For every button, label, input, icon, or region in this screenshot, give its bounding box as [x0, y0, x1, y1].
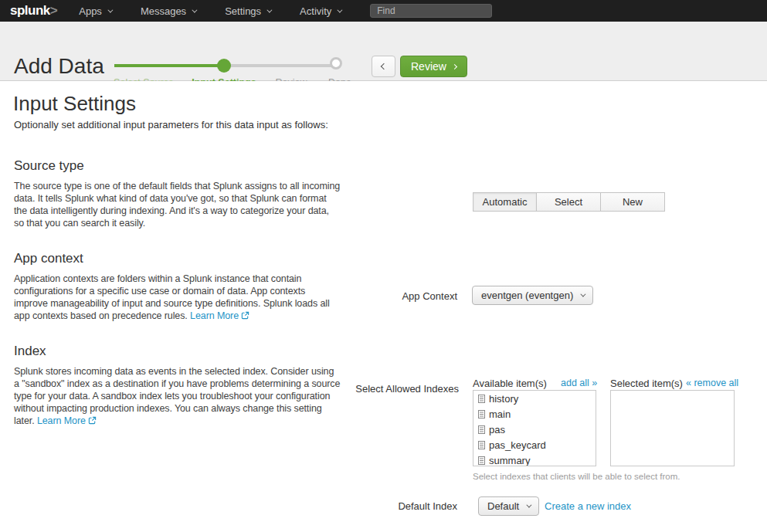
external-link-icon — [241, 310, 249, 323]
available-items-header: Available item(s) — [473, 378, 547, 389]
nav-item-messages[interactable]: Messages — [141, 5, 195, 17]
source-type-select-button[interactable]: Select — [537, 192, 601, 212]
add-all-link[interactable]: add all » — [561, 378, 597, 388]
nav-item-settings[interactable]: Settings — [225, 5, 270, 17]
index-learn-more-link[interactable]: Learn More — [37, 415, 86, 426]
indexes-caption: Select indexes that clients will be able… — [473, 472, 680, 481]
index-list-icon — [478, 395, 485, 403]
nav-item-activity[interactable]: Activity — [300, 5, 341, 17]
review-button-label: Review — [411, 60, 446, 73]
nav-item-apps[interactable]: Apps — [79, 5, 111, 17]
chevron-down-icon — [338, 7, 343, 12]
selected-items-header: Selected item(s) — [610, 378, 683, 389]
page-title: Add Data — [14, 54, 104, 79]
select-allowed-indexes-label: Select Allowed Indexes — [320, 383, 459, 395]
index-heading: Index — [14, 344, 46, 359]
wizard-header: Add Data Select Source Input Settings Re… — [0, 22, 767, 81]
chevron-down-icon — [107, 7, 113, 12]
app-context-heading: App context — [14, 251, 83, 266]
list-item-label: summary — [489, 455, 530, 466]
list-item-pas[interactable]: pas — [473, 422, 596, 437]
chevron-down-icon — [581, 292, 586, 297]
top-navbar: splunk> Apps Messages Settings Activity — [0, 0, 767, 22]
progress-bar-complete — [114, 64, 224, 67]
app-context-description: Application contexts are folders within … — [14, 273, 341, 323]
review-next-button[interactable]: Review — [400, 56, 467, 77]
page-subtitle: Optionally set additional input paramete… — [14, 119, 328, 130]
app-context-learn-more-link[interactable]: Learn More — [190, 310, 239, 321]
list-item-label: history — [489, 393, 518, 405]
nav-item-label: Settings — [225, 5, 261, 17]
source-type-automatic-button[interactable]: Automatic — [473, 192, 537, 212]
source-type-description: The source type is one of the default fi… — [14, 180, 341, 229]
step-dot-current — [217, 59, 231, 73]
source-type-heading: Source type — [14, 158, 84, 174]
logo-text: splunk — [10, 3, 50, 18]
source-type-button-group: Automatic Select New — [473, 192, 665, 212]
app-context-dropdown-value: eventgen (eventgen) — [481, 290, 573, 301]
back-button[interactable] — [372, 56, 395, 77]
list-item-summary[interactable]: summary — [473, 452, 596, 466]
index-description: Splunk stores incoming data as events in… — [14, 365, 341, 428]
section-page-title: Input Settings — [13, 92, 136, 116]
index-list-icon — [478, 425, 485, 434]
nav-item-label: Messages — [141, 5, 186, 17]
chevron-right-icon — [452, 63, 457, 69]
list-item-pas-keycard[interactable]: pas_keycard — [473, 437, 596, 452]
remove-all-link[interactable]: « remove all — [686, 378, 738, 388]
find-search-input[interactable] — [370, 4, 492, 18]
create-new-index-link[interactable]: Create a new index — [545, 500, 631, 512]
nav-item-label: Apps — [79, 5, 102, 17]
splunk-logo[interactable]: splunk> — [10, 3, 57, 19]
nav-menu: Apps Messages Settings Activity — [79, 5, 370, 17]
index-list-icon — [478, 410, 485, 418]
app-context-dropdown[interactable]: eventgen (eventgen) — [472, 286, 593, 305]
logo-arrow-icon: > — [50, 3, 57, 18]
external-link-icon — [88, 415, 97, 428]
available-indexes-listbox: history main pas pas_keycard summary — [473, 390, 596, 466]
list-item-main[interactable]: main — [473, 406, 596, 422]
chevron-down-icon — [266, 7, 272, 12]
chevron-down-icon — [527, 503, 532, 508]
main-content: Input Settings Optionally set additional… — [0, 81, 767, 532]
list-item-label: pas_keycard — [489, 439, 546, 451]
index-list-icon — [478, 441, 485, 449]
chevron-left-icon — [380, 63, 386, 69]
step-dot-done — [330, 57, 342, 69]
list-item-history[interactable]: history — [473, 391, 596, 406]
app-context-field-label: App Context — [318, 290, 457, 303]
nav-item-label: Activity — [300, 5, 331, 17]
list-item-label: pas — [489, 424, 505, 435]
default-index-dropdown-value: Default — [487, 500, 519, 512]
chevron-down-icon — [192, 7, 198, 12]
app-context-description-text: Application contexts are folders within … — [14, 273, 330, 321]
selected-indexes-listbox[interactable] — [610, 390, 735, 466]
default-index-dropdown[interactable]: Default — [478, 496, 539, 516]
index-list-icon — [478, 456, 485, 465]
source-type-new-button[interactable]: New — [601, 192, 665, 212]
list-item-label: main — [489, 408, 511, 420]
progress-bar-remaining — [224, 64, 338, 67]
default-index-label: Default Index — [318, 500, 457, 513]
